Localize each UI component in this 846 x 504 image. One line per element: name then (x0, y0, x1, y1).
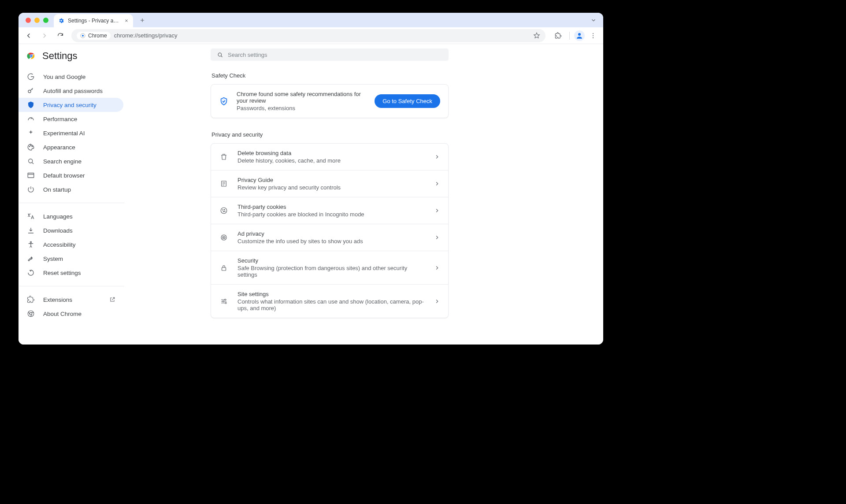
trash-icon (219, 153, 229, 161)
tab-title: Settings - Privacy and security (68, 18, 121, 24)
row-ad-privacy[interactable]: Ad privacy Customize the info used by si… (211, 224, 448, 251)
nav-section-main: You and Google Autofill and passwords Pr… (19, 68, 124, 198)
nav-label: Appearance (43, 144, 75, 151)
nav-reset-settings[interactable]: Reset settings (19, 266, 123, 280)
back-button[interactable] (22, 29, 35, 42)
svg-point-4 (593, 35, 594, 36)
nav-separator (19, 203, 124, 203)
nav-label: Default browser (43, 172, 85, 179)
nav-label: Autofill and passwords (43, 88, 103, 94)
nav-accessibility[interactable]: Accessibility (19, 237, 123, 252)
svg-point-22 (224, 209, 225, 210)
window-close-button[interactable] (26, 18, 31, 23)
nav-separator (19, 286, 124, 286)
svg-point-9 (28, 90, 31, 93)
row-site-settings[interactable]: Site settings Controls what information … (211, 284, 448, 318)
svg-point-27 (223, 237, 224, 238)
safety-check-card: Chrome found some safety recommendations… (211, 84, 449, 118)
chrome-logo-icon (26, 51, 36, 61)
search-icon (26, 157, 35, 165)
google-g-icon (26, 73, 35, 81)
nav-default-browser[interactable]: Default browser (19, 168, 123, 182)
nav-label: You and Google (43, 74, 85, 80)
svg-point-15 (30, 241, 32, 243)
window-traffic-lights (26, 18, 48, 23)
tab-search-button[interactable] (587, 15, 600, 26)
wrench-icon (26, 255, 35, 263)
row-delete-browsing-data[interactable]: Delete browsing data Delete history, coo… (211, 144, 448, 170)
safety-check-row: Chrome found some safety recommendations… (211, 85, 448, 118)
chrome-outline-icon (26, 310, 35, 318)
translate-icon (26, 212, 35, 220)
forward-button[interactable] (38, 29, 51, 42)
nav-appearance[interactable]: Appearance (19, 140, 123, 154)
row-privacy-guide[interactable]: Privacy Guide Review key privacy and sec… (211, 170, 448, 197)
app-header: Settings (19, 50, 124, 68)
nav-languages[interactable]: Languages (19, 209, 123, 223)
row-subtitle: Delete history, cookies, cache, and more (237, 157, 425, 164)
tab-favicon-gear-icon (58, 18, 64, 24)
address-bar[interactable]: Chrome chrome://settings/privacy (71, 29, 545, 42)
toolbar-right (552, 29, 600, 42)
browser-tab[interactable]: Settings - Privacy and security (54, 14, 133, 27)
target-icon (219, 233, 229, 241)
window-zoom-button[interactable] (43, 18, 48, 23)
extensions-button[interactable] (552, 29, 565, 42)
nav-experimental-ai[interactable]: Experimental AI (19, 126, 123, 140)
site-info-chip[interactable]: Chrome (77, 32, 111, 40)
row-third-party-cookies[interactable]: Third-party cookies Third-party cookies … (211, 197, 448, 224)
row-security[interactable]: Security Safe Browsing (protection from … (211, 251, 448, 284)
svg-rect-28 (222, 267, 226, 271)
shield-icon (26, 101, 35, 109)
reset-icon (26, 269, 35, 277)
profile-avatar-button[interactable] (574, 30, 585, 41)
svg-point-5 (593, 37, 594, 38)
search-icon (217, 52, 223, 58)
window-minimize-button[interactable] (34, 18, 40, 23)
row-subtitle: Controls what information sites can use … (237, 298, 425, 311)
app-title: Settings (42, 50, 78, 62)
row-title: Delete browsing data (237, 150, 425, 156)
svg-point-24 (225, 211, 226, 212)
row-subtitle: Third-party cookies are blocked in Incog… (237, 211, 425, 218)
chevron-right-icon (434, 154, 440, 160)
nav-system[interactable]: System (19, 252, 123, 266)
guide-icon (219, 180, 229, 188)
shield-check-icon (219, 96, 229, 106)
svg-point-10 (29, 146, 30, 147)
nav-autofill-passwords[interactable]: Autofill and passwords (19, 84, 123, 98)
nav-label: Search engine (43, 158, 82, 165)
settings-search-input[interactable]: Search settings (211, 48, 449, 61)
speedometer-icon (26, 115, 35, 123)
bookmark-star-icon[interactable] (533, 32, 540, 39)
power-icon (26, 185, 35, 193)
nav-downloads[interactable]: Downloads (19, 223, 123, 237)
reload-button[interactable] (54, 29, 67, 42)
download-icon (26, 226, 35, 234)
svg-point-20 (221, 208, 227, 214)
new-tab-button[interactable] (137, 15, 148, 26)
nav-label: Downloads (43, 227, 73, 234)
sparkle-icon (26, 129, 35, 137)
nav-performance[interactable]: Performance (19, 112, 123, 126)
row-title: Privacy Guide (237, 177, 425, 183)
svg-rect-14 (28, 173, 34, 178)
chrome-menu-button[interactable] (586, 29, 600, 42)
palette-icon (26, 143, 35, 151)
svg-point-12 (32, 146, 33, 147)
nav-search-engine[interactable]: Search engine (19, 154, 123, 168)
row-title: Site settings (237, 291, 425, 297)
nav-on-startup[interactable]: On startup (19, 182, 123, 196)
tab-close-button[interactable] (124, 19, 129, 23)
nav-label: Extensions (43, 296, 72, 303)
chevron-right-icon (434, 234, 440, 241)
go-to-safety-check-button[interactable]: Go to Safety Check (375, 94, 440, 108)
nav-about-chrome[interactable]: About Chrome (19, 307, 123, 321)
nav-extensions[interactable]: Extensions (19, 293, 123, 307)
nav-you-and-google[interactable]: You and Google (19, 70, 123, 84)
nav-label: Privacy and security (43, 102, 96, 108)
row-subtitle: Customize the info used by sites to show… (237, 238, 425, 245)
row-title: Security (237, 257, 425, 264)
nav-privacy-security[interactable]: Privacy and security (19, 98, 123, 112)
nav-label: About Chrome (43, 311, 82, 317)
